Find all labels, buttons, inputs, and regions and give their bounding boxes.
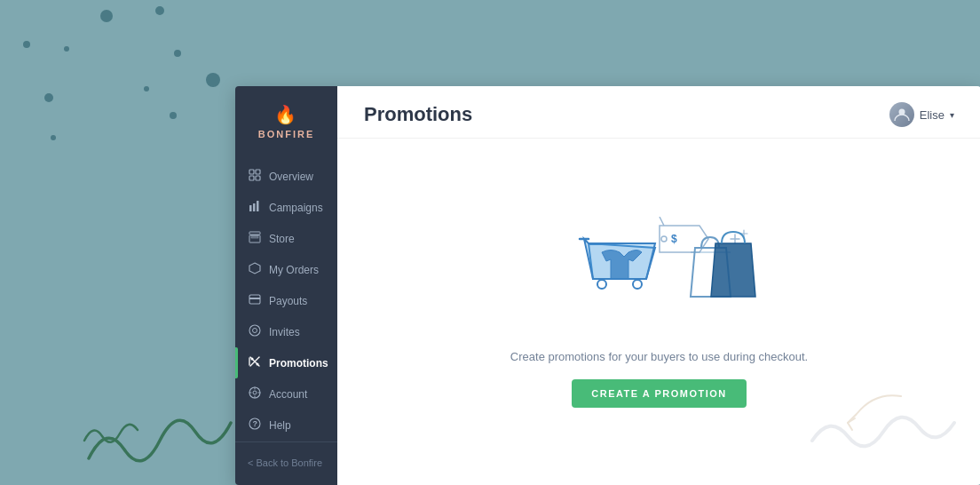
- user-name: Elise: [920, 108, 944, 122]
- svg-text:?: ?: [253, 419, 258, 428]
- sidebar-invites-label: Invites: [269, 326, 300, 338]
- sidebar-item-invites[interactable]: Invites: [235, 316, 337, 347]
- page-title: Promotions: [364, 103, 472, 126]
- sidebar-item-campaigns[interactable]: Campaigns: [235, 192, 337, 223]
- sidebar-payouts-label: Payouts: [269, 295, 307, 307]
- user-chevron: ▾: [950, 110, 954, 120]
- campaigns-icon: [248, 200, 262, 215]
- main-squiggle: [803, 396, 963, 467]
- app-name: BONFIRE: [258, 129, 315, 139]
- sidebar-item-promotions[interactable]: Promotions: [235, 347, 337, 378]
- svg-point-28: [251, 358, 254, 361]
- sidebar-nav: Overview Campaigns: [235, 161, 337, 441]
- account-icon: [248, 386, 262, 402]
- sidebar-item-help[interactable]: ? Help: [235, 409, 337, 441]
- sidebar-myorders-label: My Orders: [269, 264, 319, 276]
- svg-point-41: [597, 280, 606, 289]
- sidebar-item-store[interactable]: Store: [235, 223, 337, 254]
- svg-rect-12: [249, 176, 254, 180]
- my-orders-icon: [248, 262, 262, 277]
- svg-rect-16: [257, 201, 259, 211]
- sidebar-item-account[interactable]: Account: [235, 378, 337, 409]
- svg-rect-20: [251, 237, 258, 238]
- svg-line-45: [660, 217, 664, 226]
- invites-icon: [248, 324, 262, 339]
- svg-text:$: $: [671, 233, 677, 245]
- create-promotion-button[interactable]: CREATE A PROMOTION: [572, 379, 746, 408]
- svg-rect-17: [249, 232, 260, 235]
- app-container: 🔥 BONFIRE Overview: [235, 86, 980, 485]
- sidebar-promotions-label: Promotions: [269, 357, 328, 370]
- sidebar-help-label: Help: [269, 419, 291, 432]
- svg-rect-15: [253, 203, 256, 211]
- empty-state-description: Create promotions for your buyers to use…: [510, 350, 808, 363]
- svg-point-29: [257, 363, 259, 366]
- svg-rect-10: [249, 170, 254, 174]
- promo-illustration: $: [562, 217, 757, 332]
- sidebar: 🔥 BONFIRE Overview: [235, 86, 337, 485]
- help-icon: ?: [248, 417, 262, 433]
- sidebar-item-overview[interactable]: Overview: [235, 161, 337, 192]
- user-menu[interactable]: Elise ▾: [889, 102, 954, 127]
- sidebar-item-back-to-bonfire[interactable]: < Back to Bonfire: [235, 449, 337, 476]
- logo: 🔥 BONFIRE: [235, 104, 337, 139]
- sidebar-item-payouts[interactable]: Payouts: [235, 285, 337, 316]
- back-label: < Back to Bonfire: [248, 457, 322, 468]
- decorative-squiggle: [80, 370, 257, 476]
- svg-point-24: [249, 325, 260, 336]
- svg-rect-11: [256, 170, 260, 174]
- sidebar-bottom: < Back to Bonfire: [235, 441, 337, 476]
- store-icon: [248, 231, 262, 246]
- overview-icon: [248, 169, 262, 184]
- logo-icon: 🔥: [274, 104, 298, 125]
- sidebar-store-label: Store: [269, 233, 295, 245]
- avatar: [889, 102, 914, 127]
- sidebar-overview-label: Overview: [269, 171, 313, 183]
- svg-point-42: [633, 280, 642, 289]
- main-content: Promotions Elise ▾: [337, 86, 980, 485]
- sidebar-account-label: Account: [269, 388, 307, 401]
- svg-marker-21: [249, 263, 260, 274]
- promo-empty-state: $: [337, 139, 980, 485]
- sidebar-item-my-orders[interactable]: My Orders: [235, 254, 337, 285]
- payouts-icon: [248, 293, 262, 308]
- svg-rect-14: [249, 205, 252, 211]
- promotions-icon: [248, 355, 262, 370]
- svg-rect-23: [249, 298, 260, 299]
- sidebar-campaigns-label: Campaigns: [269, 202, 323, 214]
- svg-rect-13: [256, 176, 260, 180]
- svg-point-32: [253, 391, 257, 394]
- svg-point-25: [253, 329, 257, 333]
- main-header: Promotions Elise ▾: [337, 86, 980, 139]
